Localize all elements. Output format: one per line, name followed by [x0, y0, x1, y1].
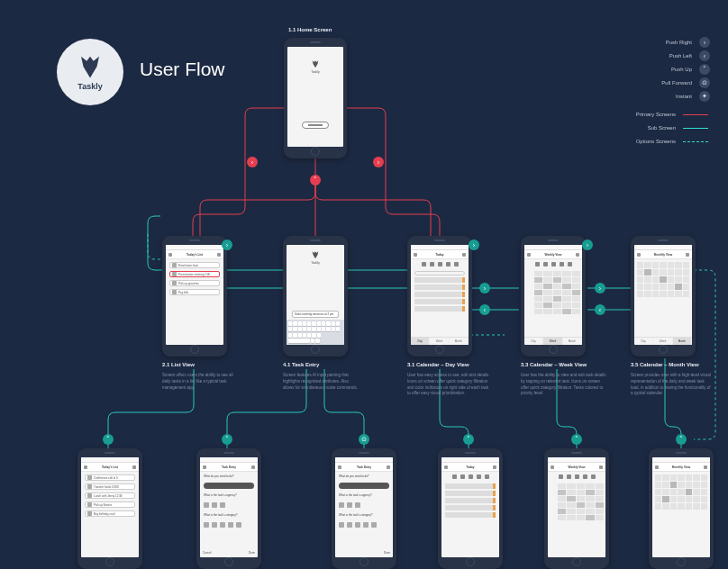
- desc-list: Screen offers users the ability to see a…: [162, 373, 239, 391]
- pull-forward-icon: ⊙: [699, 77, 710, 88]
- tab-month[interactable]: Month: [450, 338, 469, 345]
- legend: Push Right› Push Left‹ Push Up˄ Pull For…: [636, 34, 710, 149]
- entry-text[interactable]: [339, 483, 389, 489]
- tab-day[interactable]: Day: [524, 338, 543, 345]
- tab-month[interactable]: Month: [563, 338, 582, 345]
- phone-week-sub: Weekly View: [544, 448, 609, 569]
- cancel-button[interactable]: Cancel: [203, 551, 211, 555]
- legend-label: Sub Screen: [648, 125, 676, 131]
- task-row[interactable]: Email team lead: [169, 262, 220, 268]
- legend-line-options: [683, 141, 708, 142]
- push-up-icon: ˄: [699, 64, 710, 75]
- done-button[interactable]: Done: [384, 551, 390, 555]
- node-push-up: ˄: [310, 175, 321, 185]
- node-teal: ˄: [463, 434, 474, 445]
- tab-week[interactable]: Week: [653, 338, 672, 345]
- brand-name: Taskly: [77, 82, 102, 91]
- search-input[interactable]: [414, 271, 465, 275]
- legend-label: Options Screens: [636, 139, 676, 144]
- node-teal: ˄: [222, 434, 232, 445]
- tab-week[interactable]: Week: [430, 338, 449, 345]
- phone-month: Monthly View Day Week Month: [631, 236, 696, 357]
- phone-home: Taskly: [284, 38, 347, 158]
- node-teal: ‹: [479, 304, 490, 315]
- node-teal: ›: [469, 239, 479, 250]
- phone-entry-sub-b: Task Entry What do you need to do? What …: [332, 448, 396, 569]
- phone-list: Today's List Email team lead Presentatio…: [162, 236, 227, 357]
- desc-week: User has the ability to view and edit ta…: [521, 373, 606, 397]
- push-right-icon: ›: [699, 37, 710, 48]
- task-row[interactable]: [445, 491, 496, 496]
- task-row[interactable]: [414, 299, 465, 304]
- caption-day: 3.1 Calendar – Day View: [407, 362, 469, 367]
- home-menu-button[interactable]: [302, 122, 329, 129]
- task-row[interactable]: [414, 292, 465, 297]
- category-options[interactable]: [200, 519, 258, 530]
- entry-input[interactable]: Sales meeting tomorrow at 2 pm: [292, 311, 339, 318]
- node-teal: ›: [222, 239, 232, 250]
- month-grid[interactable]: [652, 472, 710, 512]
- task-row[interactable]: [414, 277, 465, 283]
- tab-day[interactable]: Day: [411, 338, 430, 345]
- urgency-options[interactable]: [335, 500, 393, 510]
- week-grid[interactable]: [548, 482, 605, 522]
- legend-label: Push Left: [669, 53, 692, 59]
- phone-list-sub: Today's List Conference call at 9 Transf…: [77, 448, 142, 569]
- node-push-left: ‹: [247, 157, 258, 167]
- task-row[interactable]: Pay bills: [169, 289, 220, 295]
- task-row[interactable]: Buy birthday card: [85, 510, 135, 517]
- urgency-options[interactable]: [200, 500, 258, 510]
- phone-entry-sub-a: Task Entry What do you need to do? What …: [196, 448, 261, 569]
- done-button[interactable]: Done: [249, 551, 255, 555]
- keyboard[interactable]: [287, 320, 344, 345]
- caption-month: 3.5 Calendar – Month View: [631, 362, 699, 367]
- wolf-icon: [311, 250, 320, 259]
- instant-icon: ✦: [699, 91, 710, 102]
- node-teal: ›: [595, 283, 605, 294]
- task-row[interactable]: [445, 505, 496, 510]
- desc-entry: Screen features AI input parsing that hi…: [283, 373, 359, 391]
- week-grid[interactable]: [524, 269, 582, 316]
- legend-line-sub: [683, 128, 708, 129]
- node-teal: ›: [479, 283, 490, 294]
- wolf-icon: [311, 59, 320, 68]
- tab-day[interactable]: Day: [634, 338, 653, 345]
- legend-label: Instant: [676, 94, 692, 99]
- task-row[interactable]: [414, 306, 465, 312]
- legend-label: Push Up: [671, 67, 692, 72]
- node-teal: ‹: [595, 304, 605, 315]
- entry-text[interactable]: [204, 483, 254, 489]
- task-row[interactable]: [445, 512, 496, 518]
- task-row[interactable]: Pick up groceries: [169, 280, 220, 286]
- task-row[interactable]: [445, 498, 496, 503]
- desc-month: Screen provides user with a high-level v…: [631, 373, 712, 397]
- task-row[interactable]: Pick up flowers: [85, 501, 135, 508]
- tab-week[interactable]: Week: [543, 338, 562, 345]
- tab-month[interactable]: Month: [673, 338, 692, 345]
- legend-label: Push Right: [666, 40, 692, 45]
- legend-label: Pull Forward: [661, 80, 692, 86]
- brand-badge: Taskly: [57, 39, 123, 105]
- task-row[interactable]: Lunch with Jenny 12:30: [85, 492, 135, 499]
- legend-line-primary: [683, 114, 708, 115]
- phone-day-sub: Today: [438, 448, 503, 569]
- phone-week: Weekly View Day Week Month: [521, 236, 586, 357]
- caption-week: 3.3 Calendar – Week View: [521, 362, 587, 367]
- page-title: User Flow: [140, 59, 225, 80]
- desc-day: User has easy access to see, edit and de…: [407, 373, 493, 397]
- task-row[interactable]: [414, 284, 465, 290]
- node-teal: ˄: [676, 434, 687, 445]
- phone-month-sub: Monthly View: [649, 448, 714, 569]
- category-options[interactable]: [335, 519, 393, 530]
- month-grid[interactable]: [634, 259, 692, 300]
- wolf-icon: [77, 53, 104, 80]
- task-row[interactable]: [445, 483, 496, 489]
- node-teal: ˄: [103, 434, 114, 445]
- task-row[interactable]: Transfer funds 10:00: [85, 483, 135, 490]
- caption-home: 1.1 Home Screen: [288, 27, 332, 32]
- node-teal: ˄: [571, 434, 582, 445]
- phone-entry: Taskly Sales meeting tomorrow at 2 pm: [283, 236, 348, 357]
- task-row[interactable]: Conference call at 9: [85, 474, 135, 481]
- task-row[interactable]: Presentation meeting 2:00: [169, 271, 220, 277]
- node-push-right: ›: [373, 157, 384, 167]
